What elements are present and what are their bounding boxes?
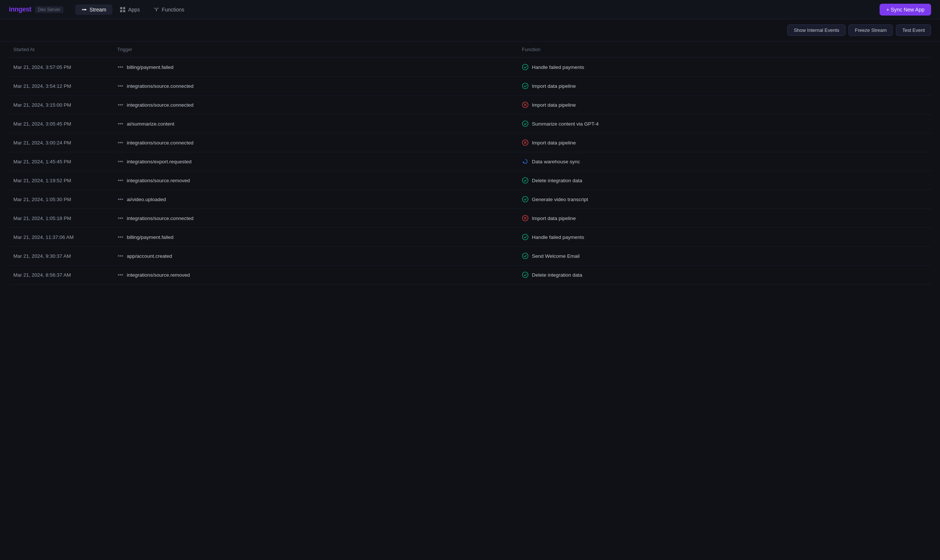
function-name: Import data pipeline	[532, 102, 576, 108]
trigger-text: billing/payment.failed	[127, 234, 173, 240]
table-header: Started At Trigger Function	[9, 42, 931, 58]
svg-point-33	[522, 177, 528, 183]
cell-function: Delete integration data	[522, 271, 927, 278]
svg-point-32	[122, 180, 123, 181]
cell-started-at: Mar 21, 2024, 1:45:45 PM	[13, 159, 117, 165]
tab-functions-label: Functions	[162, 7, 185, 12]
svg-point-22	[522, 121, 528, 126]
table-row[interactable]: Mar 21, 2024, 3:05:45 PM ai/summarize.co…	[9, 114, 931, 133]
event-icon	[117, 65, 124, 70]
event-icon	[117, 140, 124, 145]
cell-function: Import data pipeline	[522, 102, 927, 108]
table-row[interactable]: Mar 21, 2024, 3:57:05 PM billing/payment…	[9, 58, 931, 77]
svg-point-9	[122, 66, 123, 68]
freeze-stream-button[interactable]: Freeze Stream	[849, 25, 893, 36]
trigger-text: ai/video.uploaded	[127, 197, 166, 202]
svg-point-39	[120, 217, 121, 219]
svg-point-43	[120, 236, 121, 238]
event-icon	[117, 83, 124, 89]
stream-icon	[81, 7, 87, 12]
header-started-at: Started At	[13, 47, 117, 52]
brand-logo: inngest	[9, 6, 31, 13]
svg-point-10	[522, 64, 528, 70]
svg-point-29	[122, 161, 123, 162]
svg-point-0	[82, 9, 83, 10]
cell-function: Import data pipeline	[522, 139, 927, 146]
event-icon	[117, 159, 124, 164]
cell-started-at: Mar 21, 2024, 3:57:05 PM	[13, 65, 117, 70]
table-row[interactable]: Mar 21, 2024, 11:37:06 AM billing/paymen…	[9, 228, 931, 247]
table-row[interactable]: Mar 21, 2024, 1:19:52 PM integrations/so…	[9, 171, 931, 190]
table-row[interactable]: Mar 21, 2024, 1:05:18 PM integrations/so…	[9, 209, 931, 228]
tab-functions[interactable]: Functions	[148, 5, 190, 15]
table-row[interactable]: Mar 21, 2024, 1:45:45 PM integrations/ex…	[9, 152, 931, 171]
svg-point-34	[118, 198, 119, 200]
cell-trigger: app/account.created	[117, 253, 522, 259]
cell-trigger: integrations/source.removed	[117, 178, 522, 183]
trigger-text: integrations/export.requested	[127, 159, 191, 165]
cell-trigger: integrations/source.connected	[117, 140, 522, 146]
trigger-text: app/account.created	[127, 253, 172, 259]
svg-rect-6	[123, 10, 125, 12]
events-table: Started At Trigger Function Mar 21, 2024…	[0, 42, 940, 285]
svg-point-50	[118, 274, 119, 275]
cell-started-at: Mar 21, 2024, 1:19:52 PM	[13, 178, 117, 183]
event-icon	[117, 197, 124, 202]
svg-point-47	[120, 255, 121, 257]
navbar: inngest Dev Server Stream	[0, 0, 940, 19]
svg-point-31	[120, 180, 121, 181]
cell-function: Generate video transcript	[522, 196, 927, 203]
svg-point-17	[122, 104, 123, 106]
svg-point-52	[122, 274, 123, 275]
cell-started-at: Mar 21, 2024, 11:37:06 AM	[13, 234, 117, 240]
apps-icon	[120, 7, 126, 12]
table-row[interactable]: Mar 21, 2024, 3:54:12 PM integrations/so…	[9, 77, 931, 95]
nav-tabs: Stream Apps Functions	[75, 5, 880, 15]
cell-function: Handle failed payments	[522, 64, 927, 70]
trigger-text: integrations/source.connected	[127, 102, 193, 108]
svg-point-19	[118, 123, 119, 125]
svg-point-45	[522, 234, 528, 240]
table-row[interactable]: Mar 21, 2024, 9:30:37 AM app/account.cre…	[9, 247, 931, 266]
cell-started-at: Mar 21, 2024, 1:05:30 PM	[13, 197, 117, 202]
tab-apps[interactable]: Apps	[114, 5, 146, 15]
svg-point-23	[118, 142, 119, 143]
function-name: Import data pipeline	[532, 83, 576, 89]
svg-rect-4	[123, 7, 125, 9]
cell-function: Import data pipeline	[522, 215, 927, 222]
sync-new-app-button[interactable]: + Sync New App	[880, 4, 931, 15]
svg-point-24	[120, 142, 121, 143]
table-row[interactable]: Mar 21, 2024, 3:15:00 PM integrations/so…	[9, 95, 931, 114]
svg-rect-5	[120, 10, 122, 12]
svg-point-46	[118, 255, 119, 257]
function-name: Generate video transcript	[532, 197, 588, 202]
functions-icon	[153, 7, 159, 12]
table-row[interactable]: Mar 21, 2024, 1:05:30 PM ai/video.upload…	[9, 190, 931, 209]
cell-trigger: billing/payment.failed	[117, 65, 522, 70]
cell-trigger: integrations/source.connected	[117, 83, 522, 89]
svg-point-16	[120, 104, 121, 106]
cell-trigger: integrations/source.connected	[117, 102, 522, 108]
svg-point-8	[120, 66, 121, 68]
event-icon	[117, 272, 124, 277]
svg-point-15	[118, 104, 119, 106]
function-name: Send Welcome Email	[532, 253, 580, 259]
function-name: Data warehouse sync	[532, 159, 580, 165]
cell-function: Handle failed payments	[522, 234, 927, 240]
tab-stream[interactable]: Stream	[75, 5, 112, 15]
cell-started-at: Mar 21, 2024, 3:05:45 PM	[13, 121, 117, 127]
table-body: Mar 21, 2024, 3:57:05 PM billing/payment…	[9, 58, 931, 285]
function-name: Import data pipeline	[532, 215, 576, 221]
test-event-button[interactable]: Test Event	[896, 25, 931, 36]
function-name: Handle failed payments	[532, 65, 584, 70]
cell-started-at: Mar 21, 2024, 3:15:00 PM	[13, 102, 117, 108]
cell-trigger: integrations/source.connected	[117, 215, 522, 221]
brand: inngest Dev Server	[9, 6, 63, 13]
show-internal-events-button[interactable]: Show Internal Events	[787, 25, 846, 36]
table-row[interactable]: Mar 21, 2024, 3:00:24 PM integrations/so…	[9, 133, 931, 152]
trigger-text: integrations/source.connected	[127, 83, 193, 89]
trigger-text: billing/payment.failed	[127, 65, 173, 70]
cell-started-at: Mar 21, 2024, 8:56:37 AM	[13, 272, 117, 278]
trigger-text: integrations/source.removed	[127, 178, 190, 183]
table-row[interactable]: Mar 21, 2024, 8:56:37 AM integrations/so…	[9, 266, 931, 285]
